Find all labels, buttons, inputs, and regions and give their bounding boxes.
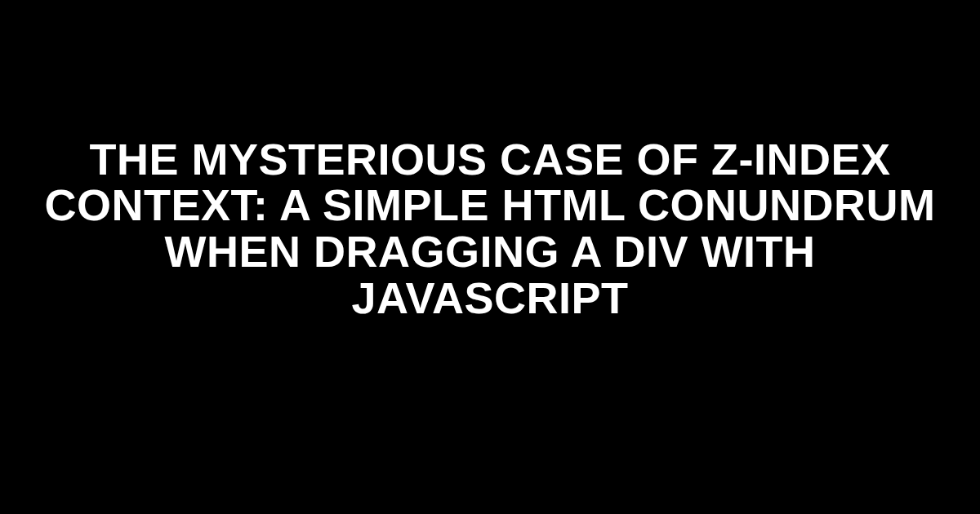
page-title: The Mysterious Case of Z-Index Context: … (41, 136, 939, 321)
title-container: The Mysterious Case of Z-Index Context: … (0, 136, 980, 321)
